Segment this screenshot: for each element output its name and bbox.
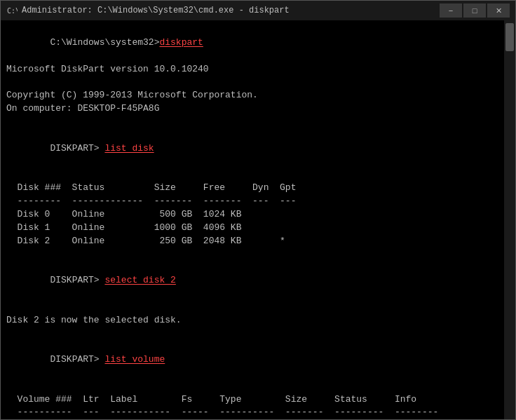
diskpart-command: diskpart: [159, 37, 203, 48]
blank6: [6, 327, 497, 340]
list-volume-command: list volume: [104, 354, 165, 365]
prompt1: DISKPART>: [50, 143, 104, 154]
disk1-row: Disk 1 Online 1000 GB 4096 KB: [6, 222, 497, 235]
blank3: [6, 168, 497, 182]
cmd-window: C:\ Administrator: C:\Windows\System32\c…: [0, 0, 516, 420]
select-disk-command: select disk 2: [104, 275, 175, 285]
terminal-body[interactable]: C:\Windows\system32>diskpart Microsoft D…: [1, 20, 515, 419]
maximize-button[interactable]: □: [463, 4, 486, 18]
disk-header: Disk ### Status Size Free Dyn Gpt: [6, 182, 497, 195]
vol-separator: ---------- --- ----------- ----- -------…: [6, 406, 497, 419]
path-line: C:\Windows\system32>diskpart: [6, 23, 497, 63]
selected-disk-line: Disk 2 is now the selected disk.: [6, 314, 497, 327]
blank4: [6, 248, 497, 261]
copyright-line: Copyright (C) 1999-2013 Microsoft Corpor…: [6, 89, 497, 102]
disk2-row: Disk 2 Online 250 GB 2048 KB *: [6, 235, 497, 248]
computer-line: On computer: DESKTOP-F45PA8G: [6, 102, 497, 116]
svg-text:C:\: C:\: [7, 7, 18, 15]
terminal-content: C:\Windows\system32>diskpart Microsoft D…: [6, 23, 510, 419]
list-volume-line: DISKPART> list volume: [6, 340, 497, 380]
cmd-icon: C:\: [6, 5, 18, 16]
list-disk-line: DISKPART> list disk: [6, 129, 497, 169]
blank2: [6, 116, 497, 129]
blank7: [6, 380, 497, 393]
disk0-row: Disk 0 Online 500 GB 1024 KB: [6, 208, 497, 222]
prompt3: DISKPART>: [50, 354, 104, 365]
title-bar: C:\ Administrator: C:\Windows\System32\c…: [1, 1, 515, 20]
scrollbar[interactable]: [504, 20, 515, 419]
close-button[interactable]: ✕: [487, 4, 510, 18]
blank5: [6, 301, 497, 314]
blank1: [6, 76, 497, 89]
prompt2: DISKPART>: [50, 275, 104, 285]
list-disk-command: list disk: [104, 143, 154, 154]
version-line: Microsoft DiskPart version 10.0.10240: [6, 63, 497, 76]
title-bar-text: Administrator: C:\Windows\System32\cmd.e…: [22, 6, 440, 15]
minimize-button[interactable]: −: [440, 4, 462, 18]
vol-header: Volume ### Ltr Label Fs Type Size Status…: [6, 393, 497, 407]
scrollbar-thumb[interactable]: [505, 23, 514, 51]
select-disk-line: DISKPART> select disk 2: [6, 261, 497, 301]
disk-separator: -------- ------------- ------- ------- -…: [6, 195, 497, 208]
path-prompt: C:\Windows\system32>: [50, 37, 159, 48]
window-controls: − □ ✕: [440, 4, 510, 18]
